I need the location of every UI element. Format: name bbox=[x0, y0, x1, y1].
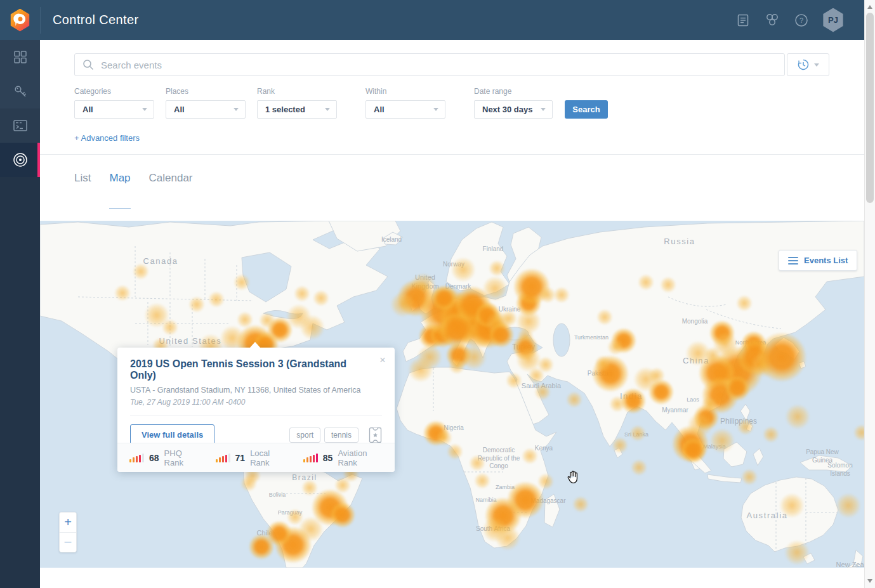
heat-point[interactable] bbox=[474, 473, 490, 489]
tab-map[interactable]: Map bbox=[109, 172, 130, 209]
zoom-out-button[interactable]: − bbox=[60, 532, 76, 552]
sidebar-item-api-keys[interactable] bbox=[0, 74, 40, 108]
heat-point[interactable] bbox=[301, 480, 318, 496]
scroll-up-icon[interactable] bbox=[867, 5, 872, 9]
search-button[interactable]: Search bbox=[565, 100, 608, 119]
brand-logo[interactable] bbox=[0, 9, 40, 32]
advanced-filters-link[interactable]: + Advanced filters bbox=[74, 133, 140, 143]
zoom-in-button[interactable]: + bbox=[60, 513, 76, 532]
date-range-select[interactable]: Next 30 days bbox=[474, 100, 553, 119]
heat-point[interactable] bbox=[595, 355, 611, 372]
heat-point[interactable] bbox=[737, 419, 754, 435]
places-select[interactable]: All bbox=[166, 100, 246, 119]
heat-point[interactable] bbox=[249, 534, 274, 559]
heat-point[interactable] bbox=[629, 425, 646, 441]
heat-point[interactable] bbox=[133, 263, 149, 280]
heat-point[interactable] bbox=[853, 424, 864, 441]
heat-point[interactable] bbox=[220, 325, 245, 351]
tab-list[interactable]: List bbox=[74, 172, 91, 209]
heat-point[interactable] bbox=[779, 493, 805, 518]
heat-point[interactable] bbox=[506, 372, 522, 389]
scroll-down-icon[interactable] bbox=[867, 579, 872, 583]
heat-point[interactable] bbox=[294, 285, 310, 302]
heat-point[interactable] bbox=[784, 540, 810, 565]
heat-point[interactable] bbox=[736, 295, 753, 311]
tab-calendar[interactable]: Calendar bbox=[149, 172, 193, 209]
heat-point[interactable] bbox=[501, 310, 517, 327]
heat-point[interactable] bbox=[638, 274, 654, 291]
heat-point[interactable] bbox=[330, 502, 355, 528]
heat-point[interactable] bbox=[528, 367, 544, 384]
heat-point[interactable] bbox=[240, 475, 257, 492]
heat-point[interactable] bbox=[612, 437, 628, 454]
heat-point[interactable] bbox=[114, 285, 131, 301]
sidebar-item-console[interactable] bbox=[0, 108, 40, 143]
heat-point[interactable] bbox=[436, 429, 452, 446]
heat-point[interactable] bbox=[537, 473, 554, 490]
vertical-scrollbar[interactable] bbox=[864, 0, 875, 588]
heat-point[interactable] bbox=[313, 290, 329, 306]
rank-select[interactable]: 1 selected bbox=[257, 100, 337, 119]
heat-point[interactable] bbox=[572, 496, 589, 513]
event-address: USTA - Grandstand Stadium, NY 11368, Uni… bbox=[130, 386, 382, 395]
heat-point[interactable] bbox=[390, 292, 416, 317]
heat-point[interactable] bbox=[785, 404, 810, 429]
heat-point[interactable] bbox=[449, 358, 465, 374]
events-list-button[interactable]: Events List bbox=[779, 250, 857, 271]
heat-point[interactable] bbox=[566, 391, 582, 408]
heat-point[interactable] bbox=[162, 319, 178, 336]
heat-point[interactable] bbox=[234, 274, 250, 291]
heat-point[interactable] bbox=[757, 332, 806, 382]
world-heatmap[interactable]: CanadaUnited StatesIcelandNorwayFinlandD… bbox=[40, 221, 864, 568]
categories-select[interactable]: All bbox=[74, 100, 154, 119]
heat-point[interactable] bbox=[836, 493, 861, 518]
close-icon[interactable]: × bbox=[379, 355, 386, 365]
heat-point[interactable] bbox=[681, 438, 706, 463]
heat-point[interactable] bbox=[489, 260, 505, 277]
heat-point[interactable] bbox=[495, 525, 520, 551]
filters-row: Categories All Places All Rank 1 selecte… bbox=[40, 76, 864, 119]
heat-point[interactable] bbox=[461, 344, 487, 370]
help-icon[interactable]: ? bbox=[793, 12, 810, 29]
rank-label: PHQ Rank bbox=[164, 448, 199, 467]
heat-point[interactable] bbox=[469, 455, 485, 471]
heat-point[interactable] bbox=[648, 379, 674, 405]
search-history-button[interactable] bbox=[787, 53, 829, 76]
heat-point[interactable] bbox=[660, 277, 676, 293]
target-icon bbox=[12, 152, 29, 168]
heat-point[interactable] bbox=[188, 296, 205, 313]
search-input[interactable] bbox=[101, 60, 777, 70]
heat-point[interactable] bbox=[763, 426, 779, 443]
heat-point[interactable] bbox=[299, 315, 325, 340]
apps-cluster-icon[interactable] bbox=[764, 12, 780, 29]
heat-point[interactable] bbox=[709, 428, 735, 454]
scrollbar-thumb[interactable] bbox=[866, 13, 874, 203]
heat-point[interactable] bbox=[607, 339, 624, 355]
within-select[interactable]: All bbox=[365, 100, 445, 119]
heat-point[interactable] bbox=[522, 448, 538, 464]
left-sidebar bbox=[0, 40, 40, 588]
heat-point[interactable] bbox=[451, 257, 476, 282]
clock-history-icon bbox=[797, 58, 810, 71]
heat-point[interactable] bbox=[431, 285, 457, 311]
user-avatar[interactable]: PJ bbox=[822, 8, 844, 32]
heat-point[interactable] bbox=[534, 384, 551, 400]
heat-point[interactable] bbox=[417, 344, 442, 370]
sidebar-item-dashboard[interactable] bbox=[0, 40, 40, 74]
filter-within: Within All bbox=[365, 87, 445, 119]
heat-point[interactable] bbox=[482, 276, 508, 301]
release-notes-icon[interactable] bbox=[735, 12, 751, 29]
heat-point[interactable] bbox=[631, 459, 647, 476]
rank-label: Aviation Rank bbox=[338, 448, 383, 467]
heat-point[interactable] bbox=[539, 287, 556, 303]
heat-point[interactable] bbox=[741, 469, 758, 485]
heat-point[interactable] bbox=[609, 396, 626, 412]
heat-point[interactable] bbox=[447, 443, 463, 460]
heat-point[interactable] bbox=[596, 309, 613, 325]
view-tabs: List Map Calendar bbox=[40, 155, 864, 209]
page-bottom-spacer bbox=[40, 568, 864, 588]
heat-point[interactable] bbox=[208, 291, 225, 308]
sidebar-item-events[interactable] bbox=[0, 143, 40, 177]
advanced-filters-row: + Advanced filters bbox=[40, 119, 864, 155]
heat-point[interactable] bbox=[725, 376, 750, 401]
